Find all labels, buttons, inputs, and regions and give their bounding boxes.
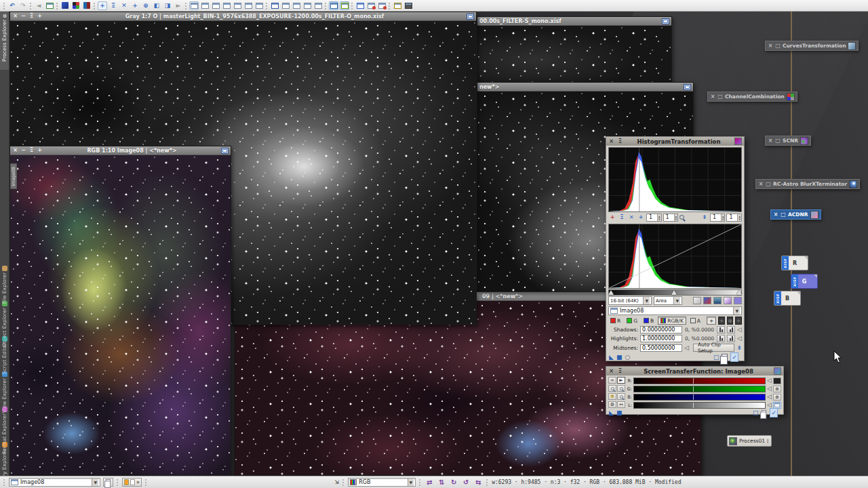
plot-style-bars-icon[interactable] [713, 297, 722, 304]
new-instance-icon[interactable]: ◣ [609, 409, 614, 417]
shadows-handle[interactable] [608, 290, 614, 295]
image-window-image08[interactable]: × − Ξ + RGB 1:10 Image08 | <*new*> Image… [9, 146, 231, 476]
new-instance-icon[interactable]: ◣ [609, 353, 614, 361]
stf-red-slider[interactable] [633, 378, 766, 384]
rotate-ccw-icon[interactable]: ↺ [461, 479, 471, 486]
split-left-icon[interactable]: ◧ [152, 1, 161, 10]
image-window-filter-s[interactable]: 00.00s_FILTER-S_mono.xisf [477, 16, 672, 83]
restore-icon[interactable]: □ [781, 211, 786, 218]
dropdown-arrow-icon[interactable]: ▼ [92, 479, 98, 486]
scnr-icon[interactable] [800, 137, 808, 145]
setup-wrench-icon[interactable]: ⚙ [608, 401, 616, 408]
close-icon[interactable]: × [608, 368, 614, 375]
new-document-icon[interactable] [762, 410, 766, 416]
toolbar-grip[interactable] [265, 2, 269, 9]
sidebar-tab-view-explorer[interactable]: View Explorer [0, 370, 9, 405]
stf-green-slider[interactable] [633, 386, 766, 392]
restore-icon[interactable]: □ [717, 94, 723, 100]
image08-canvas[interactable]: Image08 [10, 155, 231, 475]
save-all-views-icon[interactable] [403, 1, 413, 10]
process-window-blurxterminator[interactable]: × □ RC-Astro BlurXTerminator [755, 179, 860, 189]
statusbar-grip[interactable] [342, 479, 345, 486]
shadows-reset-icon[interactable]: ◁ [737, 326, 742, 333]
toolbar-grip[interactable] [388, 2, 391, 9]
file-icon-g-selected[interactable]: G XISF [791, 274, 818, 289]
histogram-titlebar[interactable]: × Ξ HistogramTransformation [606, 137, 744, 146]
active-view-combobox[interactable]: Image08 ▼ [9, 478, 100, 487]
pixelmath-cube-icon[interactable] [60, 1, 70, 10]
stf-blue-slider[interactable] [633, 394, 766, 401]
process01-stack-arrows[interactable]: ▴▾ [767, 439, 768, 444]
close-icon[interactable]: × [12, 147, 18, 154]
channel-b-button[interactable]: B [642, 317, 656, 325]
shadows-clip-high-icon[interactable] [727, 326, 735, 333]
zoom-in-icon[interactable] [608, 385, 616, 392]
restore-icon[interactable] [684, 84, 691, 90]
stepper-arrows[interactable]: ▴▾ [674, 214, 678, 221]
image08-view-tab[interactable]: Image08 [10, 163, 17, 189]
autostretch-icon[interactable]: ☢ [608, 393, 616, 400]
plot-style-filled-icon[interactable] [703, 297, 711, 304]
apply-icon[interactable]: ■ [616, 409, 623, 417]
new-document-icon[interactable] [722, 354, 728, 361]
close-icon[interactable]: × [12, 13, 18, 20]
process01-icon[interactable]: Process01 ▴▾ [727, 435, 772, 447]
process-window-channelcombination[interactable]: × □ ChannelCombination [707, 92, 797, 102]
stf-blue-target-icon[interactable]: ⊕ [773, 394, 781, 401]
stf-screen-icon[interactable] [773, 402, 781, 409]
curves-icon[interactable] [848, 42, 856, 50]
pin-icon[interactable]: Ξ [617, 138, 623, 145]
arrange-windows-icon[interactable] [292, 1, 301, 10]
channel-combination-icon[interactable] [787, 93, 795, 101]
auto-clip-setup-button[interactable]: Auto Clip Setup [693, 344, 735, 352]
plot-style-line-icon[interactable] [693, 297, 701, 304]
stf-blue-reset-icon[interactable]: ◁ [767, 393, 772, 401]
highlights-input[interactable] [640, 335, 682, 342]
toolbar-grip[interactable] [3, 2, 6, 9]
filter-s-canvas[interactable] [477, 26, 671, 83]
midtones-input[interactable] [640, 344, 682, 352]
toolbar-grip[interactable] [56, 2, 59, 9]
zoom-11-icon[interactable]: ✕ [627, 214, 635, 222]
pan-icon[interactable]: + [637, 214, 645, 222]
close-icon[interactable]: × [710, 94, 715, 100]
dropdown-arrow-icon[interactable]: ▼ [673, 297, 680, 304]
apply-icon[interactable]: ■ [616, 353, 623, 361]
process-window-curvestransformation[interactable]: × □ CurvesTransformation [765, 41, 859, 51]
track-view-check-icon[interactable]: ✓ [770, 408, 778, 418]
masterlight-titlebar[interactable]: × − Ξ + Gray 1:7 O | masterLight_BIN-1_9… [10, 12, 476, 21]
view-mode-1-icon[interactable] [200, 1, 210, 10]
split-cube-icon[interactable] [82, 1, 92, 10]
magnifier-icon[interactable] [679, 215, 684, 220]
stf-titlebar[interactable]: × Ξ ScreenTransferFunction: Image08 [606, 367, 783, 375]
stepper-arrows[interactable]: ▴▾ [721, 214, 725, 221]
midtones-handle[interactable] [671, 290, 677, 295]
pin-icon[interactable]: Ξ [617, 368, 623, 375]
horizontal-zoom-stepper[interactable]: 1 ▴▾ [646, 214, 662, 222]
view-selector-combobox[interactable]: Image08 ▼ [608, 306, 742, 315]
close-icon[interactable]: × [608, 138, 614, 145]
zoom-out-mode-icon[interactable]: ✕ [119, 1, 129, 10]
swap-icon[interactable]: ⇆ [473, 479, 483, 486]
redo-icon[interactable]: ↷ [18, 1, 28, 10]
navigate-back-icon[interactable]: ◄ [34, 1, 43, 10]
stf-red-black-icon[interactable] [773, 378, 781, 384]
statusbar-grip[interactable] [144, 479, 148, 486]
scroll-mode-icon[interactable]: ↔ [617, 401, 625, 408]
input-h-zoom-stepper[interactable]: 1 ▴▾ [710, 214, 726, 222]
zoom-in-icon[interactable]: + [37, 13, 43, 20]
new-preview-titlebar[interactable]: new*> [477, 83, 693, 92]
process-window-scnr[interactable]: × □ SCNR [765, 136, 811, 146]
vertical-zoom-stepper[interactable]: 1 ▴▾ [663, 214, 679, 222]
pan-indicator-icon[interactable]: ⇲ [334, 479, 339, 485]
channel-rgbk-button[interactable]: RGB/K [658, 317, 686, 325]
highlights-reset-icon[interactable]: ◁ [737, 335, 742, 342]
histogram-output-plot[interactable] [608, 147, 742, 212]
toolbar-grip[interactable] [351, 2, 354, 9]
process-window-acdnr[interactable]: × □ ACDNR [770, 209, 821, 220]
copy-view-id-button[interactable] [103, 478, 113, 487]
histogram-input-plot[interactable] [608, 224, 742, 289]
plot-style-curve-icon[interactable] [724, 297, 732, 304]
zoom-fit-icon[interactable]: Ξ [618, 214, 626, 222]
center-view-icon[interactable]: ⊕ [141, 1, 151, 10]
